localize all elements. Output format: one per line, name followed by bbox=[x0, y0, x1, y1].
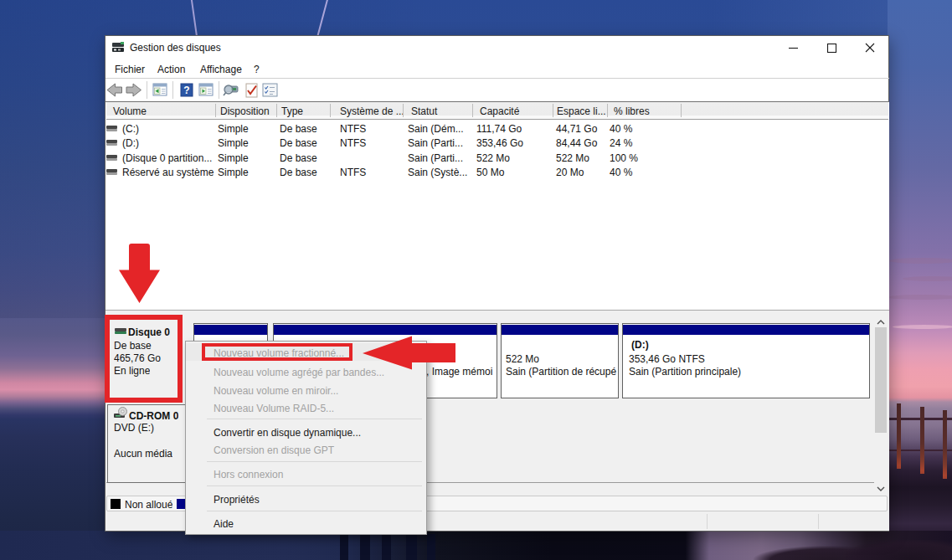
svg-text:?: ? bbox=[183, 85, 189, 96]
